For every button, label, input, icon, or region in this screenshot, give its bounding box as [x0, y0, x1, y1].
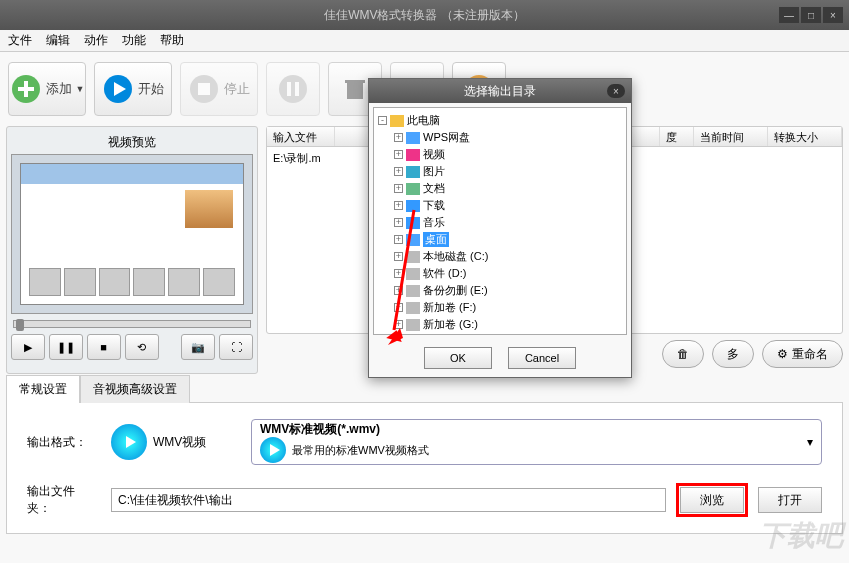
disk-icon [406, 285, 420, 297]
close-button[interactable]: × [823, 7, 843, 23]
more-button[interactable]: 多 [712, 340, 754, 368]
preview-title: 视频预览 [11, 131, 253, 154]
format-title: WMV标准视频(*.wmv) [260, 421, 797, 438]
tree-node[interactable]: 图片 [423, 164, 445, 179]
output-folder-input[interactable] [111, 488, 666, 512]
cloud-icon [406, 132, 420, 144]
col-size[interactable]: 转换大小 [768, 127, 842, 146]
tree-node[interactable]: 此电脑 [407, 113, 440, 128]
tree-node[interactable]: 备份勿删 (E:) [423, 283, 488, 298]
chevron-down-icon: ▾ [807, 435, 813, 449]
tree-node[interactable]: 音乐 [423, 215, 445, 230]
pause-button[interactable] [266, 62, 320, 116]
folder-label: 输出文件夹： [27, 483, 97, 517]
play-button[interactable]: ▶ [11, 334, 45, 360]
svg-rect-6 [198, 83, 210, 95]
tree-node[interactable]: WPS网盘 [423, 130, 470, 145]
menu-file[interactable]: 文件 [8, 32, 32, 49]
tree-node[interactable]: 文档 [423, 181, 445, 196]
svg-rect-8 [287, 82, 291, 96]
svg-rect-10 [347, 83, 363, 99]
folder-tree[interactable]: -此电脑 +WPS网盘 +视频 +图片 +文档 +下载 +音乐 +桌面 +本地磁… [373, 107, 627, 335]
start-label: 开始 [138, 80, 164, 98]
document-icon [406, 183, 420, 195]
collapse-icon[interactable]: - [378, 116, 387, 125]
preview-panel: 视频预览 ▶ ❚❚ ■ ⟲ 📷 ⛶ [6, 126, 258, 374]
stop-button[interactable]: 停止 [180, 62, 258, 116]
trash-icon [339, 73, 371, 105]
maximize-button[interactable]: □ [801, 7, 821, 23]
format-name: WMV视频 [153, 434, 206, 451]
snapshot-button[interactable]: 📷 [181, 334, 215, 360]
format-selector[interactable]: WMV标准视频(*.wmv) 最常用的标准WMV视频格式 ▾ [251, 419, 822, 465]
tab-basic[interactable]: 常规设置 [6, 375, 80, 403]
add-label: 添加 [46, 80, 72, 98]
col-progress[interactable]: 度 [660, 127, 694, 146]
menu-help[interactable]: 帮助 [160, 32, 184, 49]
disk-icon [406, 319, 420, 331]
rotate-button[interactable]: ⟲ [125, 334, 159, 360]
music-icon [406, 217, 420, 229]
svg-rect-9 [295, 82, 299, 96]
disk-icon [406, 302, 420, 314]
settings-panel: 输出格式： WMV视频 WMV标准视频(*.wmv) 最常用的标准WMV视频格式… [6, 402, 843, 534]
trash-action[interactable]: 🗑 [662, 340, 704, 368]
dialog-title: 选择输出目录 × [369, 79, 631, 103]
col-input[interactable]: 输入文件 [267, 127, 335, 146]
open-button[interactable]: 打开 [758, 487, 822, 513]
disk-icon [406, 251, 420, 263]
svg-point-7 [279, 75, 307, 103]
computer-icon [390, 115, 404, 127]
download-icon [406, 200, 420, 212]
rename-button[interactable]: ⚙重命名 [762, 340, 843, 368]
dialog-close-button[interactable]: × [607, 84, 625, 98]
watermark: 下载吧 [759, 517, 843, 555]
desktop-icon [406, 234, 420, 246]
tree-node[interactable]: 本地磁盘 (C:) [423, 249, 488, 264]
tree-node[interactable]: 软件 (D:) [423, 266, 466, 281]
menu-action[interactable]: 动作 [84, 32, 108, 49]
minimize-button[interactable]: — [779, 7, 799, 23]
tree-node[interactable]: 新加卷 (F:) [423, 300, 476, 315]
gear-icon: ⚙ [777, 347, 788, 361]
col-curtime[interactable]: 当前时间 [694, 127, 768, 146]
tree-node[interactable]: 下载 [423, 198, 445, 213]
cancel-button[interactable]: Cancel [508, 347, 576, 369]
svg-rect-2 [18, 87, 34, 91]
ok-button[interactable]: OK [424, 347, 492, 369]
browse-button[interactable]: 浏览 [680, 487, 744, 513]
picture-icon [406, 166, 420, 178]
tab-advanced[interactable]: 音视频高级设置 [80, 375, 190, 403]
add-button[interactable]: 添加▼ [8, 62, 86, 116]
tree-node[interactable]: 新加卷 (G:) [423, 317, 478, 332]
fullscreen-button[interactable]: ⛶ [219, 334, 253, 360]
svg-rect-11 [345, 80, 365, 83]
app-title: 佳佳WMV格式转换器 （未注册版本） [324, 7, 525, 24]
menu-edit[interactable]: 编辑 [46, 32, 70, 49]
format-desc: 最常用的标准WMV视频格式 [292, 443, 429, 458]
format-label: 输出格式： [27, 434, 97, 451]
stop-button-sm[interactable]: ■ [87, 334, 121, 360]
menu-func[interactable]: 功能 [122, 32, 146, 49]
start-button[interactable]: 开始 [94, 62, 172, 116]
tree-node-selected[interactable]: 桌面 [423, 232, 449, 247]
titlebar: 佳佳WMV格式转换器 （未注册版本） — □ × [0, 0, 849, 30]
format-icon-sm [260, 437, 286, 463]
folder-dialog: 选择输出目录 × -此电脑 +WPS网盘 +视频 +图片 +文档 +下载 +音乐… [368, 78, 632, 378]
menubar: 文件 编辑 动作 功能 帮助 [0, 30, 849, 52]
disk-icon [406, 268, 420, 280]
seek-slider[interactable] [13, 320, 251, 328]
format-icon [111, 424, 147, 460]
pause-button-sm[interactable]: ❚❚ [49, 334, 83, 360]
tree-node[interactable]: 库 [407, 334, 418, 335]
stop-label: 停止 [224, 80, 250, 98]
tree-node[interactable]: 视频 [423, 147, 445, 162]
preview-video [11, 154, 253, 314]
video-icon [406, 149, 420, 161]
